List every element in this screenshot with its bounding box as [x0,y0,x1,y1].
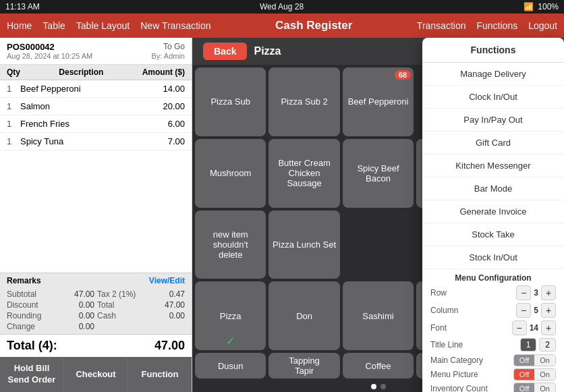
dropdown-title: Functions [422,38,564,63]
nav-table-layout[interactable]: Table Layout [76,20,130,31]
remarks-label: Remarks [7,276,41,285]
dropdown-clock-in-out[interactable]: Clock In/Out [422,86,564,109]
inventory-count-on[interactable]: On [534,383,555,392]
column-minus-button[interactable]: − [516,303,531,318]
menu-item-sashimi[interactable]: Sashimi [343,281,414,350]
hold-bill-button[interactable]: Hold Bill Send Order [0,357,64,392]
checkout-button[interactable]: Checkout [64,357,128,392]
item-qty-2: 1 [7,119,20,129]
row-plus-button[interactable]: + [541,285,556,300]
total-value: 47.00 [154,339,185,353]
page-dot-2[interactable] [380,384,386,389]
pizza-checkmark: ✓ [226,335,235,347]
dropdown-pay-in-out[interactable]: Pay In/Pay Out [422,109,564,132]
dropdown-bar-mode[interactable]: Bar Mode [422,177,564,200]
dropdown-kitchen-messenger[interactable]: Kitchen Messenger [422,155,564,177]
menu-item-dusun[interactable]: Dusun [195,353,266,379]
inventory-count-toggle: Off On [513,383,556,392]
dropdown-manage-delivery[interactable]: Manage Delivery [422,63,564,86]
menu-item-don[interactable]: Don [269,281,339,350]
change-label: Change [7,322,35,331]
menu-config-section: Menu Configuration Row − 3 + Column − 5 … [422,269,564,392]
menu-item-tapping-tapir[interactable]: Tapping Tapir [269,353,339,379]
row-label: Row [430,288,447,298]
font-controls: − 14 + [512,320,556,335]
title-line-1-button[interactable]: 1 [520,338,537,352]
order-item-0[interactable]: 1 Beef Pepperoni 14.00 [0,80,192,98]
main-category-off[interactable]: Off [514,355,534,366]
status-date: Wed Aug 28 [260,2,304,11]
dropdown-gift-card[interactable]: Gift Card [422,132,564,155]
bottom-buttons: Hold Bill Send Order Checkout Function [0,357,192,392]
rounding-label: Rounding [7,311,41,320]
menu-item-pizza[interactable]: Pizza ✓ [195,281,266,350]
item-qty-1: 1 [7,101,20,111]
menu-picture-on[interactable]: On [534,369,555,380]
discount-label: Discount [7,300,38,310]
functions-dropdown: Functions Manage Delivery Clock In/Out P… [422,38,564,392]
config-row-title-line: Title Line 1 2 [430,338,556,352]
nav-title: Cash Register [211,19,417,32]
remarks-detail: Subtotal47.00 Discount0.00 Rounding0.00 … [0,288,192,334]
inventory-count-off[interactable]: Off [514,383,534,392]
order-number: POS000042 [7,42,55,52]
config-row-row: Row − 3 + [430,285,556,300]
dropdown-stock-in-out[interactable]: Stock In/Out [422,246,564,269]
dropdown-generate-invoice[interactable]: Generate Invoice [422,200,564,223]
order-type: To Go [163,42,185,52]
main-category-label: Main Category [430,356,483,365]
menu-item-coffee[interactable]: Coffee [343,353,414,379]
col-desc: Description [59,67,103,77]
menu-item-pizza-sub[interactable]: Pizza Sub [195,67,266,136]
menu-item-pizza-lunch[interactable]: Pizza Lunch Set [269,211,339,279]
discount-value: 0.00 [79,300,94,310]
item-amount-0: 14.00 [154,84,185,94]
status-bar: 11:13 AM Wed Aug 28 📶 100% [0,0,564,13]
title-line-label: Title Line [430,340,463,349]
menu-picture-off[interactable]: Off [514,369,534,380]
nav-logout[interactable]: Logout [528,20,557,31]
remarks-view-edit[interactable]: View/Edit [149,276,185,285]
main-category-on[interactable]: On [534,355,555,366]
function-button[interactable]: Function [128,357,192,392]
menu-item-butter-cream[interactable]: Butter Cream Chicken Sausage [269,139,339,208]
menu-item-beef-pepperoni[interactable]: Beef Pepperoni 68 [343,67,414,136]
nav-right: Transaction Functions Logout [417,20,557,31]
menu-item-spicy-beef[interactable]: Spicy Beef Bacon [343,139,414,208]
font-plus-button[interactable]: + [541,320,556,335]
order-by: By: Admin [151,52,185,60]
status-right: 📶 100% [524,2,559,11]
order-item-2[interactable]: 1 French Fries 6.00 [0,115,192,133]
total-row: Total (4): 47.00 [0,334,192,357]
dropdown-stock-take[interactable]: Stock Take [422,223,564,246]
nav-functions[interactable]: Functions [476,20,517,31]
column-plus-button[interactable]: + [541,303,556,318]
wifi-icon: 📶 [524,2,534,11]
total-value: 47.00 [165,300,185,310]
order-item-3[interactable]: 1 Spicy Tuna 7.00 [0,133,192,150]
cash-label: Cash [97,311,116,320]
font-minus-button[interactable]: − [512,320,527,335]
nav-home[interactable]: Home [7,20,32,31]
col-amount: Amount ($) [142,67,185,77]
tax-label: Tax 2 (1%) [97,289,136,299]
menu-item-empty-12 [343,211,414,279]
total-label: Total (4): [7,339,57,352]
title-line-2-button[interactable]: 2 [539,338,556,352]
menu-item-new-item[interactable]: new item shouldn't delete [195,211,266,279]
nav-new-transaction[interactable]: New Transaction [140,20,210,31]
page-dot-1[interactable] [371,384,376,389]
order-item-1[interactable]: 1 Salmon 20.00 [0,98,192,115]
back-button[interactable]: Back [203,43,247,60]
row-minus-button[interactable]: − [516,285,531,300]
rounding-value: 0.00 [79,311,94,320]
menu-item-mushroom[interactable]: Mushroom [195,139,266,208]
item-qty-3: 1 [7,136,20,146]
nav-table[interactable]: Table [43,20,65,31]
item-amount-1: 20.00 [154,101,185,111]
menu-item-pizza-sub-2[interactable]: Pizza Sub 2 [269,67,339,136]
col-qty: Qty [7,67,20,77]
nav-transaction[interactable]: Transaction [417,20,466,31]
menu-picture-toggle: Off On [513,368,556,381]
item-desc-1: Salmon [20,101,154,111]
